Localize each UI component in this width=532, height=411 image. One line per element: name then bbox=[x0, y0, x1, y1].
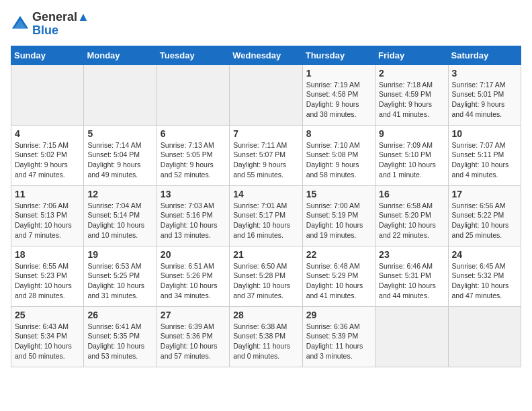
day-info: Sunrise: 6:48 AMSunset: 5:29 PMDaylight:… bbox=[306, 261, 371, 301]
day-info: Sunrise: 6:56 AMSunset: 5:22 PMDaylight:… bbox=[452, 201, 517, 240]
weekday-header-saturday: Saturday bbox=[448, 46, 521, 64]
calendar-cell: 16Sunrise: 6:58 AMSunset: 5:20 PMDayligh… bbox=[375, 185, 448, 246]
calendar-cell: 19Sunrise: 6:53 AMSunset: 5:25 PMDayligh… bbox=[84, 246, 157, 306]
calendar-cell: 8Sunrise: 7:10 AMSunset: 5:08 PMDaylight… bbox=[302, 125, 375, 185]
calendar-cell: 11Sunrise: 7:06 AMSunset: 5:13 PMDayligh… bbox=[11, 185, 84, 246]
day-info: Sunrise: 7:17 AMSunset: 5:01 PMDaylight:… bbox=[452, 80, 517, 120]
calendar-cell: 27Sunrise: 6:39 AMSunset: 5:36 PMDayligh… bbox=[157, 306, 229, 367]
day-number: 12 bbox=[87, 189, 152, 199]
logo: General▲ Blue bbox=[11, 11, 89, 38]
calendar-table: SundayMondayTuesdayWednesdayThursdayFrid… bbox=[11, 46, 521, 367]
day-info: Sunrise: 7:14 AMSunset: 5:04 PMDaylight:… bbox=[87, 140, 152, 180]
day-number: 17 bbox=[452, 189, 517, 199]
calendar-cell: 10Sunrise: 7:07 AMSunset: 5:11 PMDayligh… bbox=[448, 125, 521, 185]
day-number: 22 bbox=[306, 249, 371, 260]
day-number: 11 bbox=[15, 189, 80, 199]
day-number: 27 bbox=[161, 310, 226, 320]
calendar-cell bbox=[230, 64, 302, 125]
day-info: Sunrise: 6:41 AMSunset: 5:35 PMDaylight:… bbox=[87, 322, 152, 361]
calendar-cell: 2Sunrise: 7:18 AMSunset: 4:59 PMDaylight… bbox=[375, 64, 448, 125]
day-number: 28 bbox=[233, 310, 298, 320]
day-number: 19 bbox=[87, 249, 152, 260]
calendar-cell bbox=[448, 306, 521, 367]
calendar-cell: 20Sunrise: 6:51 AMSunset: 5:26 PMDayligh… bbox=[157, 246, 229, 306]
day-info: Sunrise: 7:03 AMSunset: 5:16 PMDaylight:… bbox=[161, 201, 226, 240]
weekday-header-thursday: Thursday bbox=[302, 46, 375, 64]
day-info: Sunrise: 7:01 AMSunset: 5:17 PMDaylight:… bbox=[233, 201, 298, 240]
day-info: Sunrise: 6:43 AMSunset: 5:34 PMDaylight:… bbox=[15, 322, 80, 361]
day-info: Sunrise: 7:06 AMSunset: 5:13 PMDaylight:… bbox=[15, 201, 80, 240]
day-number: 14 bbox=[233, 189, 298, 199]
calendar-week-row: 1Sunrise: 7:19 AMSunset: 4:58 PMDaylight… bbox=[11, 64, 521, 125]
calendar-week-row: 25Sunrise: 6:43 AMSunset: 5:34 PMDayligh… bbox=[11, 306, 521, 367]
calendar-cell bbox=[375, 306, 448, 367]
calendar-cell: 3Sunrise: 7:17 AMSunset: 5:01 PMDaylight… bbox=[448, 64, 521, 125]
logo-text: General▲ Blue bbox=[32, 11, 89, 38]
calendar-week-row: 4Sunrise: 7:15 AMSunset: 5:02 PMDaylight… bbox=[11, 125, 521, 185]
day-number: 15 bbox=[306, 189, 371, 199]
day-number: 9 bbox=[379, 128, 444, 139]
calendar-cell: 1Sunrise: 7:19 AMSunset: 4:58 PMDaylight… bbox=[302, 64, 375, 125]
day-info: Sunrise: 7:19 AMSunset: 4:58 PMDaylight:… bbox=[306, 80, 371, 120]
calendar-cell bbox=[157, 64, 229, 125]
calendar-cell: 6Sunrise: 7:13 AMSunset: 5:05 PMDaylight… bbox=[157, 125, 229, 185]
page-header: General▲ Blue bbox=[11, 11, 521, 38]
day-info: Sunrise: 7:13 AMSunset: 5:05 PMDaylight:… bbox=[161, 140, 226, 180]
calendar-cell: 21Sunrise: 6:50 AMSunset: 5:28 PMDayligh… bbox=[230, 246, 302, 306]
day-info: Sunrise: 6:39 AMSunset: 5:36 PMDaylight:… bbox=[161, 322, 226, 361]
calendar-cell: 29Sunrise: 6:36 AMSunset: 5:39 PMDayligh… bbox=[302, 306, 375, 367]
weekday-header-wednesday: Wednesday bbox=[230, 46, 302, 64]
day-number: 20 bbox=[161, 249, 226, 260]
day-number: 7 bbox=[233, 128, 298, 139]
calendar-cell: 26Sunrise: 6:41 AMSunset: 5:35 PMDayligh… bbox=[84, 306, 157, 367]
day-number: 29 bbox=[306, 310, 371, 320]
weekday-header-monday: Monday bbox=[84, 46, 157, 64]
day-info: Sunrise: 7:18 AMSunset: 4:59 PMDaylight:… bbox=[379, 80, 444, 120]
day-number: 25 bbox=[15, 310, 80, 320]
day-number: 21 bbox=[233, 249, 298, 260]
calendar-cell: 4Sunrise: 7:15 AMSunset: 5:02 PMDaylight… bbox=[11, 125, 84, 185]
day-number: 6 bbox=[161, 128, 226, 139]
day-number: 10 bbox=[452, 128, 517, 139]
day-number: 16 bbox=[379, 189, 444, 199]
calendar-cell bbox=[11, 64, 84, 125]
day-info: Sunrise: 6:53 AMSunset: 5:25 PMDaylight:… bbox=[87, 261, 152, 301]
calendar-cell: 28Sunrise: 6:38 AMSunset: 5:38 PMDayligh… bbox=[230, 306, 302, 367]
calendar-cell: 24Sunrise: 6:45 AMSunset: 5:32 PMDayligh… bbox=[448, 246, 521, 306]
calendar-cell: 5Sunrise: 7:14 AMSunset: 5:04 PMDaylight… bbox=[84, 125, 157, 185]
day-info: Sunrise: 7:09 AMSunset: 5:10 PMDaylight:… bbox=[379, 140, 444, 180]
day-info: Sunrise: 7:07 AMSunset: 5:11 PMDaylight:… bbox=[452, 140, 517, 180]
calendar-cell: 23Sunrise: 6:46 AMSunset: 5:31 PMDayligh… bbox=[375, 246, 448, 306]
day-info: Sunrise: 7:04 AMSunset: 5:14 PMDaylight:… bbox=[87, 201, 152, 240]
day-number: 1 bbox=[306, 68, 371, 79]
weekday-header-tuesday: Tuesday bbox=[157, 46, 229, 64]
calendar-cell: 22Sunrise: 6:48 AMSunset: 5:29 PMDayligh… bbox=[302, 246, 375, 306]
day-info: Sunrise: 7:15 AMSunset: 5:02 PMDaylight:… bbox=[15, 140, 80, 180]
day-info: Sunrise: 6:50 AMSunset: 5:28 PMDaylight:… bbox=[233, 261, 298, 301]
day-info: Sunrise: 7:11 AMSunset: 5:07 PMDaylight:… bbox=[233, 140, 298, 180]
calendar-cell: 17Sunrise: 6:56 AMSunset: 5:22 PMDayligh… bbox=[448, 185, 521, 246]
logo-icon bbox=[11, 15, 30, 34]
day-number: 8 bbox=[306, 128, 371, 139]
weekday-header-sunday: Sunday bbox=[11, 46, 84, 64]
calendar-cell: 14Sunrise: 7:01 AMSunset: 5:17 PMDayligh… bbox=[230, 185, 302, 246]
day-info: Sunrise: 6:55 AMSunset: 5:23 PMDaylight:… bbox=[15, 261, 80, 301]
calendar-cell bbox=[84, 64, 157, 125]
calendar-cell: 9Sunrise: 7:09 AMSunset: 5:10 PMDaylight… bbox=[375, 125, 448, 185]
day-info: Sunrise: 6:46 AMSunset: 5:31 PMDaylight:… bbox=[379, 261, 444, 301]
calendar-cell: 12Sunrise: 7:04 AMSunset: 5:14 PMDayligh… bbox=[84, 185, 157, 246]
day-info: Sunrise: 6:58 AMSunset: 5:20 PMDaylight:… bbox=[379, 201, 444, 240]
day-info: Sunrise: 6:51 AMSunset: 5:26 PMDaylight:… bbox=[161, 261, 226, 301]
calendar-cell: 7Sunrise: 7:11 AMSunset: 5:07 PMDaylight… bbox=[230, 125, 302, 185]
day-number: 5 bbox=[87, 128, 152, 139]
day-number: 18 bbox=[15, 249, 80, 260]
day-number: 23 bbox=[379, 249, 444, 260]
calendar-week-row: 11Sunrise: 7:06 AMSunset: 5:13 PMDayligh… bbox=[11, 185, 521, 246]
weekday-header-row: SundayMondayTuesdayWednesdayThursdayFrid… bbox=[11, 46, 521, 64]
day-number: 26 bbox=[87, 310, 152, 320]
calendar-cell: 15Sunrise: 7:00 AMSunset: 5:19 PMDayligh… bbox=[302, 185, 375, 246]
day-info: Sunrise: 7:10 AMSunset: 5:08 PMDaylight:… bbox=[306, 140, 371, 180]
calendar-cell: 18Sunrise: 6:55 AMSunset: 5:23 PMDayligh… bbox=[11, 246, 84, 306]
day-number: 13 bbox=[161, 189, 226, 199]
calendar-cell: 13Sunrise: 7:03 AMSunset: 5:16 PMDayligh… bbox=[157, 185, 229, 246]
